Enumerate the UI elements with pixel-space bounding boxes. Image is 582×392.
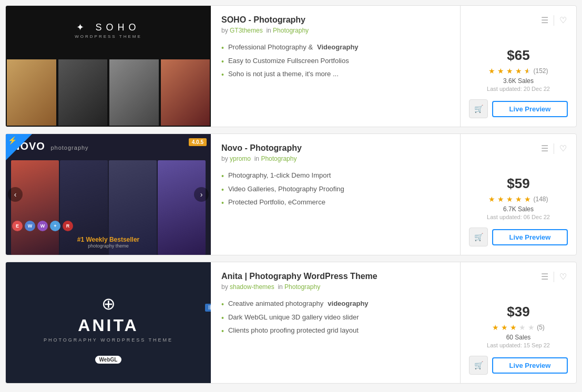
product-author-novo: by ypromo in Photography: [221, 155, 450, 162]
product-info-soho: SOHO - Photography by GT3themes in Photo…: [211, 6, 461, 127]
sales-count-novo: 6.7K Sales: [503, 205, 534, 213]
wishlist-button-novo[interactable]: ♡: [558, 142, 568, 154]
rating-count-soho: (152): [533, 67, 548, 75]
product-info-anita: Anita | Photography WordPress Theme by s…: [211, 262, 461, 383]
price-anita: $39: [507, 304, 529, 320]
product-list: ✦ SOHO WORDPRESS THEME SOHO - Photograph…: [0, 0, 582, 389]
product-pricing-novo: ☰ ♡ $59 ★ ★ ★ ★ ★ (148) 6.7K Sales Last …: [461, 134, 576, 255]
category-link-soho[interactable]: Photography: [273, 27, 309, 34]
product-features-soho: Professional Photography & Videography E…: [221, 42, 450, 82]
product-name-soho: SOHO - Photography: [221, 15, 450, 25]
star-5: ★: [528, 323, 535, 332]
product-author-anita: by shadow-themes in Photography: [221, 283, 450, 291]
plugin-icon-e: E: [12, 221, 23, 231]
compare-button-anita[interactable]: ☰: [540, 271, 549, 283]
star-1: ★: [492, 323, 499, 332]
live-preview-button-novo[interactable]: Live Preview: [492, 229, 568, 245]
product-info-novo: Novo - Photography by ypromo in Photogra…: [211, 134, 461, 255]
anita-title-text: ANITA: [78, 316, 138, 335]
divider: [554, 15, 554, 26]
last-updated-anita: Last updated: 15 Sep 22: [487, 342, 550, 348]
star-4: ★: [519, 323, 526, 332]
category-link-novo[interactable]: Photography: [261, 155, 297, 162]
stars-anita: ★ ★ ★ ★ ★ (5): [492, 323, 545, 332]
feature-item: Easy to Customize Fullscreen Portfolios: [221, 55, 450, 69]
feature-item: Creative animated photography videograph…: [221, 298, 450, 312]
star-1: ★: [488, 67, 495, 75]
author-link-novo[interactable]: ypromo: [230, 155, 251, 162]
star-3: ★: [510, 323, 517, 332]
product-author-soho: by GT3themes in Photography: [221, 27, 450, 34]
star-4: ★: [515, 67, 522, 75]
feature-item: Soho is not just a theme, it's more ...: [221, 68, 450, 82]
add-to-cart-button-anita[interactable]: 🛒: [469, 356, 488, 375]
wishlist-button-soho[interactable]: ♡: [558, 14, 568, 26]
stars-novo: ★ ★ ★ ★ ★ (148): [488, 195, 548, 203]
product-thumbnail-novo: ⚡ ‹ › NOVO photography 4.0.5 E W W: [6, 134, 211, 255]
pricing-buttons-soho: 🛒 Live Preview: [469, 99, 568, 118]
add-to-cart-button-novo[interactable]: 🛒: [469, 228, 488, 246]
product-card-novo: ⚡ ‹ › NOVO photography 4.0.5 E W W: [5, 133, 577, 255]
divider: [554, 143, 554, 154]
compare-button-novo[interactable]: ☰: [540, 142, 549, 154]
feature-item: Photography, 1-click Demo Import: [221, 170, 450, 183]
product-name-novo: Novo - Photography: [221, 143, 450, 153]
anita-wp-circle: ⊕: [101, 294, 116, 314]
anita-ie-badge: IE: [205, 304, 211, 312]
wishlist-button-anita[interactable]: ♡: [558, 271, 568, 283]
star-2: ★: [497, 67, 504, 75]
star-5: ★: [524, 195, 531, 203]
plugin-icon-r: R: [63, 221, 73, 231]
category-link-anita[interactable]: Photography: [284, 283, 320, 291]
rating-count-anita: (5): [537, 324, 545, 331]
last-updated-soho: Last updated: 20 Dec 22: [487, 86, 550, 92]
price-soho: $65: [507, 47, 529, 64]
pricing-actions-soho: ☰ ♡: [540, 14, 568, 26]
novo-weekly-badge: #1 Weekly Bestseller photography theme: [77, 236, 140, 249]
product-features-anita: Creative animated photography videograph…: [221, 298, 450, 338]
compare-button-soho[interactable]: ☰: [540, 14, 549, 26]
pricing-buttons-novo: 🛒 Live Preview: [469, 228, 568, 246]
feature-item: Professional Photography & Videography: [221, 42, 450, 55]
sales-count-soho: 3.6K Sales: [503, 77, 534, 85]
product-thumbnail-anita: IE ⊕ ANITA PHOTOGRAPHY WORDPRESS THEME W…: [6, 262, 211, 383]
star-3: ★: [506, 67, 513, 75]
pricing-actions-anita: ☰ ♡: [540, 271, 568, 283]
feature-item: Protected Portfolio, eCommerce: [221, 197, 450, 210]
rating-count-novo: (148): [533, 195, 548, 203]
anita-subtitle-text: PHOTOGRAPHY WORDPRESS THEME: [44, 337, 173, 343]
novo-version-badge: 4.0.5: [189, 138, 207, 146]
author-link-soho[interactable]: GT3themes: [230, 27, 263, 34]
soho-logo-sub: WORDPRESS THEME: [75, 34, 142, 39]
pricing-actions-novo: ☰ ♡: [540, 142, 568, 154]
lightning-icon: ⚡: [8, 136, 17, 145]
soho-logo-text: ✦ SOHO WORDPRESS THEME: [75, 22, 142, 39]
plugin-icon-wp: W: [25, 221, 35, 231]
plugin-icon-extra: +: [50, 221, 60, 231]
star-4: ★: [515, 195, 522, 203]
product-card-soho: ✦ SOHO WORDPRESS THEME SOHO - Photograph…: [5, 5, 577, 127]
star-2: ★: [501, 323, 508, 332]
live-preview-button-anita[interactable]: Live Preview: [492, 357, 568, 374]
pricing-buttons-anita: 🛒 Live Preview: [469, 356, 568, 375]
last-updated-novo: Last updated: 06 Dec 22: [487, 214, 550, 220]
product-card-anita: IE ⊕ ANITA PHOTOGRAPHY WORDPRESS THEME W…: [5, 262, 577, 384]
carousel-next-button[interactable]: ›: [194, 187, 209, 202]
price-novo: $59: [507, 176, 529, 192]
author-link-anita[interactable]: shadow-themes: [230, 283, 274, 291]
plugin-icon-woo: W: [37, 221, 48, 231]
carousel-prev-button[interactable]: ‹: [8, 187, 23, 202]
novo-plugin-icons: E W W + R: [12, 221, 73, 231]
anita-webgl-badge: WebGL: [95, 355, 122, 363]
product-pricing-soho: ☰ ♡ $65 ★ ★ ★ ★ ★ (152) 3.6K Sales Last …: [461, 6, 576, 127]
product-pricing-anita: ☰ ♡ $39 ★ ★ ★ ★ ★ (5) 60 Sales Last upda…: [461, 262, 576, 383]
product-name-anita: Anita | Photography WordPress Theme: [221, 272, 450, 281]
star-5: ★: [524, 67, 531, 75]
feature-item: Clients photo proofing protected grid la…: [221, 325, 450, 338]
live-preview-button-soho[interactable]: Live Preview: [492, 101, 568, 117]
sales-count-anita: 60 Sales: [506, 334, 531, 341]
novo-weekly-sub: photography theme: [77, 243, 140, 249]
product-features-novo: Photography, 1-click Demo Import Video G…: [221, 170, 450, 210]
feature-item: Video Galleries, Photography Proofing: [221, 183, 450, 197]
add-to-cart-button-soho[interactable]: 🛒: [469, 99, 488, 118]
